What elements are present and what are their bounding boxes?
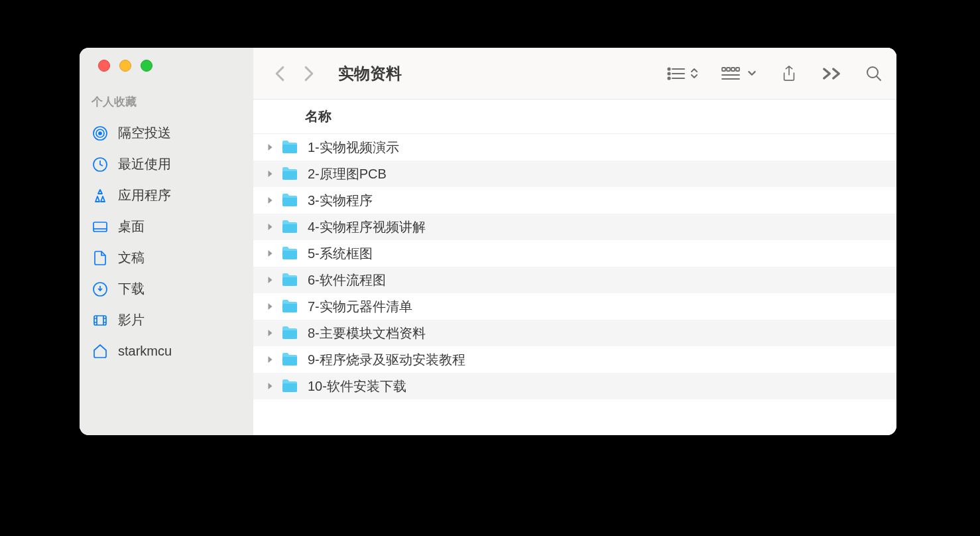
- sidebar-item-label: 隔空投送: [118, 124, 171, 142]
- main-content: 实物资料: [253, 48, 896, 435]
- disclosure-triangle-icon[interactable]: [265, 275, 275, 285]
- folder-name: 10-软件安装下载: [308, 377, 406, 395]
- disclosure-triangle-icon[interactable]: [265, 222, 275, 232]
- folder-icon: [281, 379, 298, 393]
- sidebar-item-label: 桌面: [118, 218, 145, 235]
- document-icon: [92, 249, 109, 267]
- sidebar-item-movies[interactable]: 影片: [80, 304, 253, 336]
- folder-row[interactable]: 8-主要模块文档资料: [253, 320, 896, 346]
- disclosure-triangle-icon[interactable]: [265, 169, 275, 178]
- window-title: 实物资料: [338, 63, 402, 84]
- folder-row[interactable]: 9-程序烧录及驱动安装教程: [253, 346, 896, 373]
- sidebar-item-airdrop[interactable]: 隔空投送: [80, 117, 253, 149]
- folder-icon: [281, 352, 298, 367]
- sidebar-item-label: 影片: [118, 311, 145, 329]
- sidebar-item-label: starkmcu: [118, 344, 172, 359]
- sidebar-section-title: 个人收藏: [80, 90, 253, 113]
- svg-point-7: [668, 68, 670, 70]
- group-button[interactable]: [721, 66, 756, 82]
- folder-row[interactable]: 5-系统框图: [253, 240, 896, 267]
- fullscreen-window-button[interactable]: [141, 60, 153, 72]
- svg-point-8: [668, 72, 670, 74]
- list-header[interactable]: 名称: [253, 100, 896, 134]
- folder-icon: [281, 299, 298, 314]
- folder-icon: [281, 246, 298, 261]
- svg-rect-13: [736, 68, 739, 71]
- folder-icon: [281, 193, 298, 208]
- folder-icon: [281, 273, 298, 287]
- disclosure-triangle-icon[interactable]: [265, 196, 275, 205]
- folder-name: 8-主要模块文档资料: [308, 324, 426, 342]
- folder-name: 2-原理图PCB: [308, 165, 387, 183]
- clock-icon: [92, 156, 109, 173]
- sidebar-item-label: 应用程序: [118, 186, 171, 204]
- close-window-button[interactable]: [98, 60, 110, 72]
- disclosure-triangle-icon[interactable]: [265, 302, 275, 311]
- disclosure-triangle-icon[interactable]: [265, 249, 275, 258]
- sidebar-item-recents[interactable]: 最近使用: [80, 149, 253, 180]
- svg-rect-6: [94, 316, 106, 325]
- sidebar-item-label: 文稿: [118, 249, 145, 267]
- folder-row[interactable]: 4-实物程序视频讲解: [253, 214, 896, 240]
- folder-row[interactable]: 10-软件安装下载: [253, 373, 896, 399]
- sidebar-item-home[interactable]: starkmcu: [80, 336, 253, 366]
- folder-name: 6-软件流程图: [308, 271, 386, 289]
- folder-name: 9-程序烧录及驱动安装教程: [308, 351, 465, 369]
- sidebar-item-documents[interactable]: 文稿: [80, 242, 253, 273]
- toolbar: 实物资料: [253, 48, 896, 100]
- finder-window: 个人收藏 隔空投送 最近使用 应用程序 桌面: [80, 48, 896, 435]
- chevron-updown-icon: [691, 68, 698, 79]
- folder-icon: [281, 167, 298, 181]
- folder-name: 5-系统框图: [308, 245, 373, 263]
- sidebar-item-downloads[interactable]: 下载: [80, 273, 253, 304]
- overflow-button[interactable]: [822, 66, 841, 82]
- svg-rect-10: [722, 68, 725, 71]
- svg-point-2: [99, 132, 101, 135]
- folder-row[interactable]: 1-实物视频演示: [253, 134, 896, 161]
- airdrop-icon: [92, 125, 109, 142]
- desktop-icon: [92, 218, 109, 235]
- folder-name: 7-实物元器件清单: [308, 298, 412, 316]
- folder-icon: [281, 220, 298, 234]
- disclosure-triangle-icon[interactable]: [265, 381, 275, 391]
- folder-icon: [281, 140, 298, 155]
- sidebar-item-applications[interactable]: 应用程序: [80, 180, 253, 211]
- download-icon: [92, 281, 109, 298]
- forward-button[interactable]: [294, 59, 324, 88]
- disclosure-triangle-icon[interactable]: [265, 355, 275, 364]
- sidebar-item-desktop[interactable]: 桌面: [80, 211, 253, 242]
- svg-rect-4: [93, 222, 107, 232]
- folder-name: 3-实物程序: [308, 192, 373, 210]
- traffic-lights: [80, 60, 253, 72]
- column-name-header: 名称: [305, 107, 332, 125]
- back-button[interactable]: [265, 59, 294, 88]
- disclosure-triangle-icon[interactable]: [265, 143, 275, 152]
- minimize-window-button[interactable]: [119, 60, 131, 72]
- svg-point-9: [668, 77, 670, 79]
- folder-row[interactable]: 7-实物元器件清单: [253, 293, 896, 320]
- disclosure-triangle-icon[interactable]: [265, 328, 275, 338]
- folder-name: 4-实物程序视频讲解: [308, 218, 426, 236]
- folder-name: 1-实物视频演示: [308, 139, 399, 157]
- folder-row[interactable]: 3-实物程序: [253, 187, 896, 214]
- file-list: 1-实物视频演示 2-原理图PCB 3-实物程序 4-实物程序视频讲解 5-系统: [253, 134, 896, 435]
- sidebar-item-label: 最近使用: [118, 155, 171, 173]
- movie-icon: [92, 312, 109, 329]
- sidebar: 个人收藏 隔空投送 最近使用 应用程序 桌面: [80, 48, 253, 435]
- search-button[interactable]: [865, 66, 883, 82]
- svg-rect-11: [727, 68, 730, 71]
- folder-row[interactable]: 6-软件流程图: [253, 267, 896, 293]
- share-button[interactable]: [780, 66, 798, 82]
- folder-icon: [281, 326, 298, 340]
- apps-icon: [92, 187, 109, 204]
- svg-rect-12: [731, 68, 735, 71]
- view-list-button[interactable]: [667, 66, 698, 82]
- folder-row[interactable]: 2-原理图PCB: [253, 161, 896, 187]
- sidebar-item-label: 下载: [118, 280, 145, 298]
- home-icon: [92, 342, 109, 360]
